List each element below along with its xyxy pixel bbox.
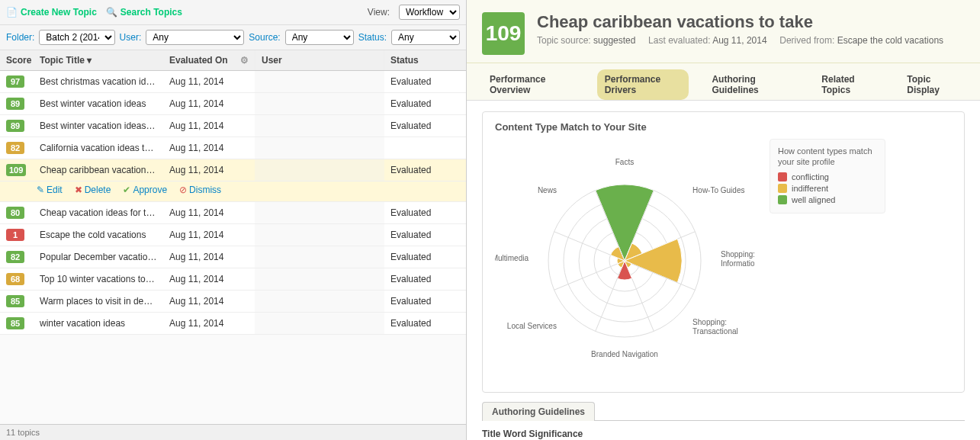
- row-date: Aug 11, 2014: [163, 94, 255, 114]
- score-badge: 82: [6, 142, 24, 154]
- row-user: [255, 246, 384, 268]
- tab-authoring-guidelines[interactable]: Authoring Guidelines: [704, 69, 798, 100]
- row-date: Aug 11, 2014: [163, 291, 255, 311]
- detail-meta: Topic source: suggested Last evaluated: …: [537, 35, 943, 46]
- delete-button[interactable]: ✖Delete: [75, 185, 111, 195]
- row-status: Evaluated: [384, 291, 466, 311]
- folder-label: Folder:: [6, 32, 34, 43]
- row-user: [255, 159, 384, 181]
- row-user: [255, 115, 384, 136]
- table-row[interactable]: 85Warm places to visit in decem…Aug 11, …: [0, 291, 466, 313]
- row-title: Top 10 winter vacations to get …: [34, 269, 163, 289]
- detail-header: 109 Cheap caribbean vacations to take To…: [467, 0, 980, 63]
- row-title: Escape the cold vacations: [34, 225, 163, 245]
- row-status: Evaluated: [384, 313, 466, 333]
- row-title: California vacation ideas to thi…: [34, 138, 163, 158]
- row-title: Warm places to visit in decem…: [34, 291, 163, 311]
- score-badge: 1: [6, 229, 24, 241]
- table-row[interactable]: 85winter vacation ideasAug 11, 2014Evalu…: [0, 313, 466, 335]
- col-title[interactable]: Topic Title ▾: [34, 50, 163, 70]
- detail-panel: close 109 Cheap caribbean vacations to t…: [467, 0, 980, 440]
- row-title: Popular December vacation id…: [34, 247, 163, 267]
- dismiss-button[interactable]: ⊘Dismiss: [179, 185, 221, 195]
- chart-legend: How content types match your site profil…: [770, 139, 885, 214]
- status-select[interactable]: Any: [391, 30, 460, 45]
- table-header: Score Topic Title ▾ Evaluated On⚙ User S…: [0, 50, 466, 71]
- table-row[interactable]: 1Escape the cold vacationsAug 11, 2014Ev…: [0, 224, 466, 246]
- pencil-icon: ✎: [37, 185, 44, 195]
- svg-text:Shopping:: Shopping:: [721, 250, 754, 259]
- col-score[interactable]: Score: [0, 50, 34, 70]
- view-select[interactable]: Workflow: [399, 5, 460, 20]
- row-title: Cheap caribbean vacations to …: [34, 160, 163, 180]
- svg-text:Shopping:: Shopping:: [692, 318, 727, 326]
- create-topic-button[interactable]: 📄 Create New Topic: [6, 7, 97, 18]
- row-date: Aug 11, 2014: [163, 138, 255, 158]
- detail-tabs: Performance OverviewPerformance DriversA…: [467, 63, 980, 101]
- tab-performance-overview[interactable]: Performance Overview: [482, 69, 582, 100]
- detail-score-badge: 109: [482, 12, 525, 55]
- col-user[interactable]: User: [255, 50, 384, 70]
- score-badge: 97: [6, 75, 24, 88]
- folder-select[interactable]: Batch 2 (2014-0: [39, 30, 114, 45]
- authoring-tab[interactable]: Authoring Guidelines: [482, 402, 595, 421]
- row-status: Evaluated: [384, 203, 466, 223]
- row-user: [255, 291, 384, 312]
- table-row[interactable]: 89Best winter vacation ideasAug 11, 2014…: [0, 93, 466, 115]
- tab-performance-drivers[interactable]: Performance Drivers: [597, 69, 689, 100]
- row-title: winter vacation ideas: [34, 313, 163, 333]
- row-user: [255, 268, 384, 290]
- row-user: [255, 202, 384, 223]
- user-label: User:: [120, 32, 142, 43]
- table-row[interactable]: 82California vacation ideas to thi…Aug 1…: [0, 137, 466, 159]
- row-date: Aug 11, 2014: [163, 269, 255, 289]
- row-actions: ✎Edit✖Delete✔Approve⊘Dismiss: [0, 181, 466, 202]
- gear-icon[interactable]: ⚙: [240, 55, 249, 66]
- row-title: Cheap vacation ideas for the …: [34, 203, 163, 223]
- source-select[interactable]: Any: [285, 30, 354, 45]
- row-date: Aug 11, 2014: [163, 203, 255, 223]
- score-badge: 109: [6, 164, 26, 176]
- col-status[interactable]: Status: [384, 50, 466, 70]
- approve-button[interactable]: ✔Approve: [123, 185, 167, 195]
- radar-chart: FactsHow-To GuidesShopping:Informational…: [495, 139, 754, 383]
- user-select[interactable]: Any: [146, 30, 244, 45]
- tab-topic-display[interactable]: Topic Display: [899, 69, 965, 100]
- view-label: View:: [368, 7, 390, 18]
- sig-title: Title Word Significance: [482, 429, 965, 439]
- swatch: [778, 172, 787, 181]
- tab-related-topics[interactable]: Related Topics: [814, 69, 884, 100]
- detail-title: Cheap caribbean vacations to take: [537, 12, 943, 32]
- table-row[interactable]: 82Popular December vacation id…Aug 11, 2…: [0, 246, 466, 268]
- table-body: 97Best christmas vacation ideasAug 11, 2…: [0, 71, 466, 424]
- status-label: Status:: [358, 32, 387, 43]
- row-title: Best christmas vacation ideas: [34, 72, 163, 92]
- score-badge: 89: [6, 120, 24, 132]
- table-row[interactable]: 97Best christmas vacation ideasAug 11, 2…: [0, 71, 466, 93]
- table-row[interactable]: 109Cheap caribbean vacations to …Aug 11,…: [0, 159, 466, 181]
- col-evaluated[interactable]: Evaluated On⚙: [163, 50, 255, 70]
- search-topics-button[interactable]: 🔍 Search Topics: [106, 7, 182, 18]
- score-badge: 85: [6, 317, 24, 329]
- score-badge: 68: [6, 273, 24, 285]
- svg-text:Transactional: Transactional: [692, 327, 738, 336]
- table-row[interactable]: 89Best winter vacation ideas for …Aug 11…: [0, 115, 466, 137]
- row-date: Aug 11, 2014: [163, 313, 255, 333]
- table-row[interactable]: 68Top 10 winter vacations to get …Aug 11…: [0, 268, 466, 291]
- check-icon: ✔: [123, 185, 130, 195]
- svg-text:Facts: Facts: [615, 158, 634, 166]
- row-status: Evaluated: [384, 160, 466, 180]
- toolbar: 📄 Create New Topic 🔍 Search Topics View:…: [0, 0, 466, 25]
- score-badge: 80: [6, 207, 24, 219]
- swatch: [778, 195, 787, 204]
- table-row[interactable]: 80Cheap vacation ideas for the …Aug 11, …: [0, 202, 466, 224]
- edit-button[interactable]: ✎Edit: [37, 185, 63, 195]
- svg-text:Informational: Informational: [721, 259, 754, 268]
- row-date: Aug 11, 2014: [163, 72, 255, 92]
- detail-body: Content Type Match to Your Site FactsHow…: [467, 101, 980, 440]
- footer-count: 11 topics: [0, 424, 466, 440]
- row-status: Evaluated: [384, 269, 466, 289]
- score-badge: 85: [6, 295, 24, 307]
- row-user: [255, 93, 384, 114]
- row-status: [384, 143, 466, 153]
